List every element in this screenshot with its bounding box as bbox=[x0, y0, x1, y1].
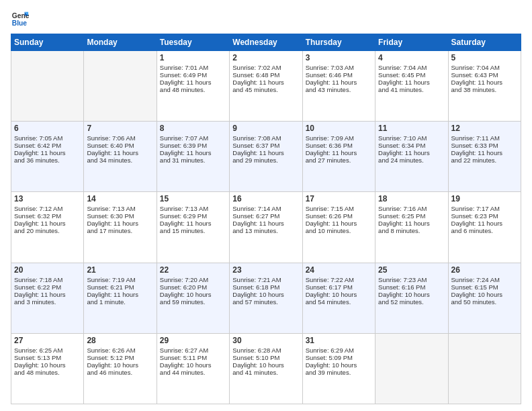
day-number: 8 bbox=[160, 124, 226, 133]
calendar-cell: 9Sunrise: 7:08 AMSunset: 6:37 PMDaylight… bbox=[230, 122, 302, 192]
day-info: and 34 minutes. bbox=[87, 156, 153, 164]
day-info: Daylight: 10 hours bbox=[306, 361, 372, 369]
day-info: and 38 minutes. bbox=[451, 86, 518, 93]
day-info: Sunrise: 7:15 AM bbox=[306, 205, 372, 212]
day-info: Daylight: 11 hours bbox=[160, 79, 226, 86]
day-number: 23 bbox=[232, 265, 299, 275]
day-info: and 17 minutes. bbox=[87, 227, 153, 234]
page-header: General Blue bbox=[11, 9, 521, 28]
day-info: Daylight: 11 hours bbox=[451, 149, 518, 156]
day-info: Sunset: 6:26 PM bbox=[306, 212, 372, 220]
day-info: and 6 minutes. bbox=[451, 227, 518, 234]
day-number: 12 bbox=[451, 124, 518, 133]
day-info: Sunrise: 7:01 AM bbox=[160, 64, 226, 71]
day-number: 31 bbox=[306, 336, 372, 345]
day-info: Sunrise: 7:10 AM bbox=[378, 134, 445, 142]
day-info: Sunset: 6:18 PM bbox=[232, 283, 299, 291]
day-info: Sunrise: 7:13 AM bbox=[87, 205, 153, 212]
day-info: Sunrise: 7:05 AM bbox=[14, 134, 81, 142]
day-number: 15 bbox=[160, 194, 226, 203]
day-info: Sunset: 6:34 PM bbox=[378, 142, 445, 149]
day-number: 22 bbox=[160, 265, 226, 275]
weekday-header-tuesday: Tuesday bbox=[157, 34, 229, 51]
day-info: and 15 minutes. bbox=[160, 227, 226, 234]
day-info: Sunrise: 7:16 AM bbox=[378, 205, 445, 212]
calendar-cell: 22Sunrise: 7:20 AMSunset: 6:20 PMDayligh… bbox=[157, 263, 229, 333]
day-info: Sunset: 6:36 PM bbox=[306, 142, 372, 149]
day-number: 20 bbox=[14, 265, 81, 275]
day-info: Sunrise: 7:03 AM bbox=[306, 64, 372, 71]
day-info: Sunset: 6:15 PM bbox=[451, 283, 518, 291]
day-info: and 57 minutes. bbox=[232, 298, 299, 306]
calendar-cell: 7Sunrise: 7:06 AMSunset: 6:40 PMDaylight… bbox=[84, 122, 157, 192]
day-info: Sunset: 6:49 PM bbox=[160, 71, 226, 79]
day-number: 18 bbox=[378, 194, 445, 203]
day-info: Sunrise: 7:18 AM bbox=[14, 276, 81, 283]
day-info: Sunrise: 7:19 AM bbox=[87, 276, 153, 283]
day-info: and 43 minutes. bbox=[306, 86, 372, 93]
day-info: and 29 minutes. bbox=[232, 156, 299, 164]
day-info: Sunrise: 7:04 AM bbox=[378, 64, 445, 71]
calendar-cell: 31Sunrise: 6:29 AMSunset: 5:09 PMDayligh… bbox=[302, 333, 375, 404]
day-info: and 44 minutes. bbox=[160, 369, 226, 376]
calendar-cell: 2Sunrise: 7:02 AMSunset: 6:48 PMDaylight… bbox=[230, 51, 302, 122]
calendar-cell: 29Sunrise: 6:27 AMSunset: 5:11 PMDayligh… bbox=[157, 333, 229, 404]
calendar-cell: 15Sunrise: 7:13 AMSunset: 6:29 PMDayligh… bbox=[157, 192, 229, 263]
day-info: Sunset: 6:20 PM bbox=[160, 283, 226, 291]
calendar-cell: 25Sunrise: 7:23 AMSunset: 6:16 PMDayligh… bbox=[375, 263, 448, 333]
day-info: Daylight: 10 hours bbox=[14, 361, 81, 369]
day-info: Daylight: 11 hours bbox=[14, 291, 81, 298]
calendar-table: SundayMondayTuesdayWednesdayThursdayFrid… bbox=[11, 34, 521, 404]
day-info: Sunrise: 6:28 AM bbox=[232, 347, 299, 354]
calendar-cell: 18Sunrise: 7:16 AMSunset: 6:25 PMDayligh… bbox=[375, 192, 448, 263]
calendar-cell: 5Sunrise: 7:04 AMSunset: 6:43 PMDaylight… bbox=[448, 51, 521, 122]
day-info: Sunset: 5:13 PM bbox=[14, 354, 81, 361]
day-info: Daylight: 11 hours bbox=[451, 79, 518, 86]
calendar-week-3: 13Sunrise: 7:12 AMSunset: 6:32 PMDayligh… bbox=[11, 192, 521, 263]
day-info: Sunset: 6:40 PM bbox=[87, 142, 153, 149]
day-info: and 39 minutes. bbox=[306, 369, 372, 376]
day-info: Daylight: 11 hours bbox=[232, 220, 299, 227]
day-number: 3 bbox=[306, 53, 372, 62]
day-info: Sunset: 5:09 PM bbox=[306, 354, 372, 361]
day-info: Sunset: 5:11 PM bbox=[160, 354, 226, 361]
day-info: Sunrise: 6:27 AM bbox=[160, 347, 226, 354]
day-info: Sunset: 5:12 PM bbox=[87, 354, 153, 361]
day-number: 6 bbox=[14, 124, 81, 133]
day-number: 13 bbox=[14, 194, 81, 203]
day-number: 29 bbox=[160, 336, 226, 345]
calendar-cell: 14Sunrise: 7:13 AMSunset: 6:30 PMDayligh… bbox=[84, 192, 157, 263]
day-info: and 10 minutes. bbox=[306, 227, 372, 234]
day-info: Sunrise: 6:29 AM bbox=[306, 347, 372, 354]
weekday-header-wednesday: Wednesday bbox=[230, 34, 302, 51]
day-info: and 52 minutes. bbox=[378, 298, 445, 306]
day-info: Sunrise: 7:08 AM bbox=[232, 134, 299, 142]
day-info: Sunrise: 7:24 AM bbox=[451, 276, 518, 283]
day-info: Sunset: 6:22 PM bbox=[14, 283, 81, 291]
day-info: and 31 minutes. bbox=[160, 156, 226, 164]
day-info: and 20 minutes. bbox=[14, 227, 81, 234]
day-info: Sunset: 6:16 PM bbox=[378, 283, 445, 291]
day-info: Sunrise: 7:22 AM bbox=[306, 276, 372, 283]
day-info: Sunset: 6:21 PM bbox=[87, 283, 153, 291]
day-info: Sunrise: 7:04 AM bbox=[451, 64, 518, 71]
day-info: and 50 minutes. bbox=[451, 298, 518, 306]
day-info: and 1 minute. bbox=[87, 298, 153, 306]
calendar-cell: 26Sunrise: 7:24 AMSunset: 6:15 PMDayligh… bbox=[448, 263, 521, 333]
day-info: Daylight: 10 hours bbox=[378, 291, 445, 298]
day-number: 30 bbox=[232, 336, 299, 345]
day-info: and 13 minutes. bbox=[232, 227, 299, 234]
day-number: 1 bbox=[160, 53, 226, 62]
calendar-cell bbox=[448, 333, 521, 404]
day-info: Daylight: 10 hours bbox=[451, 291, 518, 298]
day-number: 11 bbox=[378, 124, 445, 133]
calendar-cell: 4Sunrise: 7:04 AMSunset: 6:45 PMDaylight… bbox=[375, 51, 448, 122]
day-info: Sunrise: 6:26 AM bbox=[87, 347, 153, 354]
day-info: and 54 minutes. bbox=[306, 298, 372, 306]
day-info: and 36 minutes. bbox=[14, 156, 81, 164]
day-number: 16 bbox=[232, 194, 299, 203]
day-info: Sunset: 6:33 PM bbox=[451, 142, 518, 149]
day-info: Sunset: 6:32 PM bbox=[14, 212, 81, 220]
day-number: 10 bbox=[306, 124, 372, 133]
weekday-header-saturday: Saturday bbox=[448, 34, 521, 51]
